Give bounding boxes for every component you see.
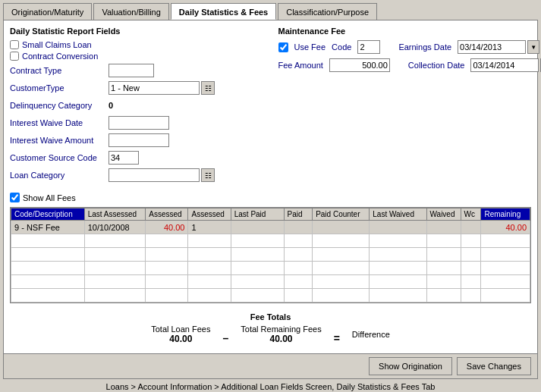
contract-conversion-label: Contract Conversion: [22, 52, 98, 61]
earnings-date-dropdown[interactable]: ▼: [527, 40, 539, 54]
customer-type-list-btn[interactable]: ☷: [201, 81, 215, 95]
td-wc: [461, 221, 481, 234]
top-section: Daily Statistic Report Fields Small Clai…: [10, 27, 531, 185]
maintenance-fee-title: Maintenance Fee: [278, 27, 532, 36]
customer-source-code-label: Customer Source Code: [10, 153, 109, 162]
th-last-assessed: Last Assessed: [84, 209, 146, 221]
loan-category-row: Loan Category ☷: [10, 168, 263, 183]
difference-label: Difference: [352, 330, 390, 339]
total-loan-fees-value: 40.00: [169, 334, 192, 344]
fee-totals-section: Fee Totals Total Loan Fees 40.00 – Total…: [10, 308, 531, 347]
earnings-date-input[interactable]: [458, 40, 526, 54]
difference-item: Difference: [352, 330, 390, 339]
use-fee-label: Use Fee: [294, 42, 326, 52]
customer-source-code-row: Customer Source Code: [10, 150, 263, 165]
td-paid: [284, 221, 313, 234]
interest-waive-date-input[interactable]: [109, 116, 169, 130]
breadcrumb: Loans > Account Information > Additional…: [0, 379, 541, 392]
tab-origination-maturity[interactable]: Origination/Maturity: [3, 3, 92, 20]
code-label: Code: [332, 42, 351, 52]
th-assessed1: Assessed: [146, 209, 188, 221]
tab-valuation-billing[interactable]: Valuation/Billing: [93, 3, 168, 20]
table-row-empty1: [11, 234, 530, 248]
td-assessed1: 40.00: [146, 221, 188, 234]
loan-category-label: Loan Category: [10, 171, 109, 180]
td-last-assessed: 10/10/2008: [84, 221, 146, 234]
th-code: Code/Description: [11, 209, 85, 221]
td-paid-counter: [313, 221, 370, 234]
total-loan-fees-label: Total Loan Fees: [151, 325, 210, 334]
small-claims-label: Small Claims Loan: [22, 40, 92, 49]
customer-type-wrap: ☷: [109, 81, 215, 95]
total-remaining-fees-item: Total Remaining Fees 40.00: [241, 325, 321, 344]
minus-operator: –: [222, 332, 228, 344]
th-assessed2: Assessed: [188, 209, 231, 221]
td-last-waived: [370, 221, 426, 234]
interest-waive-amount-label: Interest Waive Amount: [10, 136, 109, 145]
equals-operator: =: [334, 332, 340, 344]
code-input[interactable]: [357, 40, 380, 54]
table-row-empty5: [11, 289, 530, 303]
content-area: Daily Statistic Report Fields Small Clai…: [3, 20, 538, 354]
fee-row2: Fee Amount Collection Date ▼: [278, 58, 532, 72]
tab-daily-statistics[interactable]: Daily Statistics & Fees: [171, 3, 276, 20]
fee-totals-row: Total Loan Fees 40.00 – Total Remaining …: [10, 325, 531, 344]
collection-date-label: Collection Date: [408, 61, 465, 70]
total-remaining-fees-value: 40.00: [269, 334, 292, 344]
earnings-date-wrap: ▼: [458, 40, 539, 54]
customer-type-row: CustomerType ☷: [10, 80, 263, 96]
interest-waive-date-row: Interest Waive Date: [10, 115, 263, 130]
bottom-bar: Show Origination Save Changes: [3, 354, 538, 379]
tab-bar: Origination/Maturity Valuation/Billing D…: [0, 0, 541, 20]
th-remaining: Remaining: [481, 209, 530, 221]
contract-conversion-checkbox[interactable]: [10, 52, 19, 61]
use-fee-checkbox[interactable]: [278, 42, 288, 52]
show-all-fees-row: Show All Fees: [10, 193, 531, 202]
main-container: Origination/Maturity Valuation/Billing D…: [0, 0, 541, 392]
th-waived: Waived: [426, 209, 461, 221]
contract-type-input[interactable]: [109, 64, 154, 77]
td-last-paid: [231, 221, 284, 234]
th-wc: Wc: [461, 209, 481, 221]
collection-date-input[interactable]: [470, 58, 539, 72]
loan-category-list-btn[interactable]: ☷: [201, 168, 215, 182]
th-last-paid: Last Paid: [231, 209, 284, 221]
interest-waive-amount-input[interactable]: [109, 133, 169, 147]
table-row-empty4: [11, 275, 530, 289]
loan-category-input[interactable]: [109, 168, 200, 182]
maintenance-fee-section: Maintenance Fee Use Fee Code Earnings Da…: [278, 27, 532, 185]
interest-waive-amount-row: Interest Waive Amount: [10, 133, 263, 148]
fee-table-container: Code/Description Last Assessed Assessed …: [10, 207, 531, 303]
fee-totals-title: Fee Totals: [10, 312, 531, 321]
show-all-fees-label: Show All Fees: [23, 193, 76, 202]
table-row-empty3: [11, 262, 530, 275]
fee-table: Code/Description Last Assessed Assessed …: [11, 208, 530, 303]
contract-conversion-row: Contract Conversion: [10, 52, 263, 61]
table-row-empty2: [11, 248, 530, 262]
interest-waive-date-label: Interest Waive Date: [10, 118, 109, 127]
table-row[interactable]: 9 - NSF Fee 10/10/2008 40.00 1 40.00: [11, 221, 530, 234]
th-last-waived: Last Waived: [370, 209, 426, 221]
fee-row1: Use Fee Code Earnings Date ▼: [278, 40, 532, 54]
fee-amount-label: Fee Amount: [278, 61, 323, 70]
th-paid: Paid: [284, 209, 313, 221]
td-remaining: 40.00: [481, 221, 530, 234]
earnings-date-label: Earnings Date: [398, 42, 451, 52]
show-all-fees-checkbox[interactable]: [10, 193, 20, 202]
save-changes-button[interactable]: Save Changes: [457, 357, 531, 375]
delinquency-category-label: Delinquency Category: [10, 101, 109, 110]
customer-source-code-input[interactable]: [109, 151, 139, 165]
small-claims-row: Small Claims Loan: [10, 40, 263, 49]
td-code: 9 - NSF Fee: [11, 221, 85, 234]
report-fields-section: Daily Statistic Report Fields Small Clai…: [10, 27, 263, 185]
customer-type-input[interactable]: [109, 81, 200, 95]
fee-amount-input[interactable]: [329, 58, 390, 72]
total-remaining-fees-label: Total Remaining Fees: [241, 325, 321, 334]
show-origination-button[interactable]: Show Origination: [369, 357, 452, 375]
td-assessed2: 1: [188, 221, 231, 234]
loan-category-wrap: ☷: [109, 168, 215, 182]
customer-type-label: CustomerType: [10, 83, 109, 93]
small-claims-checkbox[interactable]: [10, 40, 19, 49]
collection-date-wrap: ▼: [470, 58, 541, 72]
tab-classification-purpose[interactable]: Classification/Purpose: [278, 3, 377, 20]
